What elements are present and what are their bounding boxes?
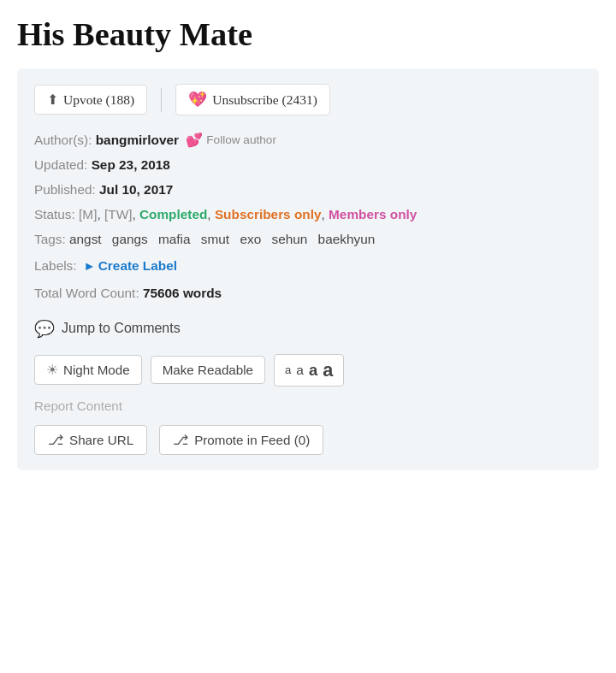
jump-comments-label: Jump to Comments [62, 321, 181, 336]
word-count-row: Total Word Count: 75606 words [34, 282, 582, 304]
updated-value: Sep 23, 2018 [92, 157, 170, 172]
follow-heart-icon: 💕 [186, 132, 203, 148]
main-card: ⬆ Upvote (188) 💖 Unsubscribe (2431) Auth… [17, 68, 599, 470]
tags-row: Tags: angst gangs mafia smut exo sehun b… [34, 228, 582, 251]
tag-mafia: mafia [158, 232, 191, 246]
night-mode-label: Night Mode [63, 363, 130, 377]
status-row: Status: [M], [TW], Completed, Subscriber… [34, 204, 582, 226]
night-mode-button[interactable]: ☀ Night Mode [34, 355, 142, 385]
tag-sehun: sehun [271, 232, 307, 246]
font-size-xlarge[interactable]: a [323, 359, 333, 381]
meta-section: Author(s): bangmirlover 💕 Follow author … [34, 129, 582, 304]
word-count-value: 75606 words [143, 286, 222, 300]
readable-label: Make Readable [163, 363, 253, 377]
status-subscribers: Subscribers only [215, 207, 322, 221]
share-icon: ⎇ [48, 432, 63, 448]
heart-icon: 💖 [188, 91, 207, 109]
labels-label: Labels: [34, 255, 77, 277]
comma4: , [322, 207, 329, 221]
word-count-label: Total Word Count: [34, 286, 139, 300]
create-label-text: Create Label [98, 258, 177, 274]
tag-smut: smut [201, 232, 229, 246]
authors-label: Author(s): [34, 133, 92, 147]
updated-label: Updated: [34, 157, 87, 172]
promote-icon: ⎇ [173, 432, 188, 448]
status-completed: Completed [139, 207, 207, 221]
promote-label: Promote in Feed (0) [194, 433, 310, 447]
upvote-icon: ⬆ [47, 92, 58, 108]
tag-angst: angst [69, 232, 102, 246]
updated-row: Updated: Sep 23, 2018 [34, 154, 582, 176]
upvote-button[interactable]: ⬆ Upvote (188) [34, 85, 147, 115]
published-label: Published: [34, 182, 96, 197]
arrow-right-icon: ► [84, 259, 96, 273]
comments-icon: 💬 [34, 319, 55, 339]
published-row: Published: Jul 10, 2017 [34, 179, 582, 201]
font-size-medium[interactable]: a [296, 363, 304, 378]
share-url-label: Share URL [69, 433, 133, 447]
status-label: Status: [34, 207, 75, 221]
display-controls: ☀ Night Mode Make Readable a a a a [34, 354, 582, 387]
jump-comments-row: 💬 Jump to Comments [34, 307, 582, 339]
share-row: ⎇ Share URL ⎇ Promote in Feed (0) [34, 425, 582, 455]
font-size-small[interactable]: a [285, 363, 291, 376]
upvote-label: Upvote (188) [63, 92, 134, 108]
jump-to-comments-button[interactable]: 💬 Jump to Comments [34, 319, 181, 339]
font-size-controls: a a a a [274, 354, 344, 387]
create-label-button[interactable]: ► Create Label [84, 258, 177, 274]
make-readable-button[interactable]: Make Readable [151, 356, 265, 384]
follow-author-label: Follow author [206, 133, 276, 146]
comma2: , [132, 207, 139, 221]
sun-icon: ☀ [46, 362, 58, 378]
status-members: Members only [329, 207, 417, 221]
unsubscribe-button[interactable]: 💖 Unsubscribe (2431) [175, 84, 330, 115]
share-url-button[interactable]: ⎇ Share URL [34, 425, 147, 455]
action-bar: ⬆ Upvote (188) 💖 Unsubscribe (2431) [34, 84, 582, 115]
font-size-large[interactable]: a [309, 361, 317, 380]
status-tw: [TW] [104, 207, 132, 221]
published-value: Jul 10, 2017 [99, 182, 173, 197]
status-m: [M] [79, 207, 97, 221]
report-content-row: Report Content [34, 398, 582, 413]
page-title: His Beauty Mate [17, 15, 599, 53]
report-content-label[interactable]: Report Content [34, 398, 122, 413]
divider [161, 88, 162, 112]
authors-row: Author(s): bangmirlover 💕 Follow author [34, 129, 582, 151]
promote-feed-button[interactable]: ⎇ Promote in Feed (0) [159, 425, 323, 455]
author-name: bangmirlover [96, 133, 179, 147]
tag-gangs: gangs [112, 232, 148, 246]
comma1: , [97, 207, 104, 221]
follow-author-button[interactable]: 💕 Follow author [186, 132, 276, 148]
tag-baekhyun: baekhyun [318, 232, 376, 246]
labels-row: Labels: ► Create Label [34, 255, 582, 277]
tags-label: Tags: [34, 232, 66, 246]
unsubscribe-label: Unsubscribe (2431) [212, 92, 317, 108]
comma3: , [207, 207, 215, 221]
tag-exo: exo [240, 232, 261, 246]
